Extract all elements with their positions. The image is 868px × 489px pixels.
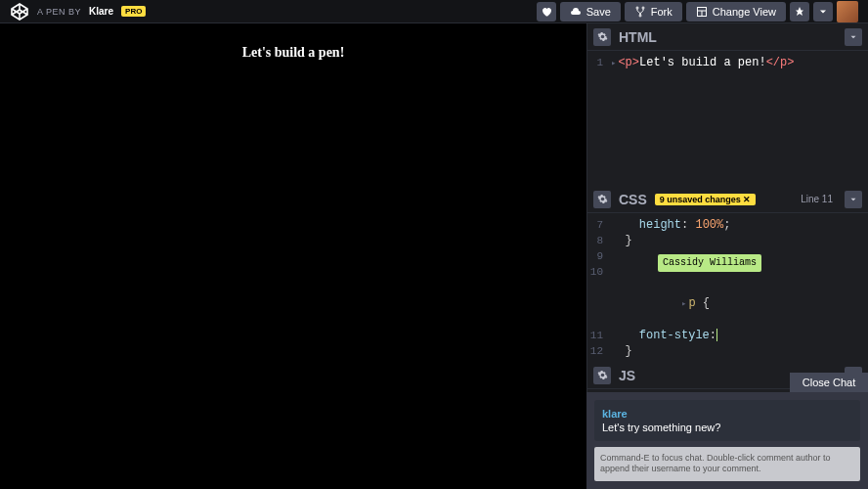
header-left: A PEN BY Klare PRO <box>10 2 146 22</box>
fold-icon[interactable]: ▸ <box>681 299 686 309</box>
editor-panels: HTML 1 ▸<p>Let's build a pen!</p> CSS 9 … <box>586 23 868 489</box>
css-panel-header: CSS 9 unsaved changes ✕ Line 11 <box>587 186 868 213</box>
change-view-button[interactable]: Change View <box>686 2 786 22</box>
chat-panel: Close Chat klare Let's try something new… <box>586 373 868 489</box>
collab-cursor-label: Cassidy Williams <box>658 254 761 272</box>
close-chat-button[interactable]: Close Chat <box>790 373 868 392</box>
header-right: Save Fork Change View <box>537 1 858 22</box>
html-settings-button[interactable] <box>593 28 611 46</box>
cloud-icon <box>570 6 582 18</box>
layout-icon <box>696 6 708 18</box>
gear-icon <box>597 31 608 42</box>
fork-label: Fork <box>651 6 673 18</box>
line-number: 1 <box>587 55 611 71</box>
html-editor[interactable]: 1 ▸<p>Let's build a pen!</p> <box>587 51 868 186</box>
css-editor[interactable]: 7 height: 100%; 8 } 9 10 Cassidy William… <box>587 213 868 362</box>
line-number: 11 <box>587 328 611 343</box>
code-line: 8 } <box>587 233 868 248</box>
heart-icon <box>541 6 552 18</box>
pro-badge: PRO <box>121 6 146 17</box>
chevron-down-icon <box>817 6 829 18</box>
line-number: 9 <box>587 248 611 264</box>
html-panel-title: HTML <box>619 29 657 45</box>
css-settings-button[interactable] <box>593 191 611 208</box>
fold-icon[interactable]: ▸ <box>611 59 616 68</box>
svg-point-3 <box>636 7 638 9</box>
fork-icon <box>634 6 646 18</box>
html-panel-header: HTML <box>587 23 868 51</box>
code-line: 7 height: 100%; <box>587 217 868 233</box>
line-number: 8 <box>587 233 611 248</box>
html-expand-button[interactable] <box>845 28 862 46</box>
main: Let's build a pen! HTML 1 ▸<p>Let's buil… <box>0 23 868 489</box>
change-view-label: Change View <box>713 6 776 18</box>
chat-message: klare Let's try something new? <box>594 400 860 441</box>
preview-text: Let's build a pen! <box>242 45 345 489</box>
collab-cursor-icon <box>716 329 717 341</box>
chat-body: klare Let's try something new? Command-E… <box>586 392 868 489</box>
save-button[interactable]: Save <box>560 2 621 22</box>
more-button[interactable] <box>813 2 833 22</box>
author-name[interactable]: Klare <box>89 6 113 17</box>
chat-input[interactable]: Command-E to focus chat. Double-click co… <box>594 447 860 481</box>
heart-button[interactable] <box>537 2 556 22</box>
pin-button[interactable] <box>790 2 809 22</box>
chevron-down-icon <box>848 32 858 42</box>
top-bar: A PEN BY Klare PRO Save Fork Change View <box>0 0 868 23</box>
preview-pane: Let's build a pen! <box>0 23 586 489</box>
svg-point-5 <box>639 15 641 17</box>
pen-by-label: A PEN BY <box>37 7 81 17</box>
svg-point-4 <box>642 7 644 9</box>
avatar[interactable] <box>837 1 858 22</box>
codepen-logo-icon[interactable] <box>10 2 29 22</box>
code-line: 10 Cassidy Williams ▸p { <box>587 264 868 328</box>
unsaved-badge[interactable]: 9 unsaved changes ✕ <box>655 194 757 205</box>
chevron-down-icon <box>848 195 858 204</box>
css-expand-button[interactable] <box>845 191 862 208</box>
code-line: 12 } <box>587 343 868 359</box>
code-line: 1 ▸<p>Let's build a pen!</p> <box>587 55 868 71</box>
chat-username[interactable]: klare <box>602 408 852 420</box>
fork-button[interactable]: Fork <box>625 2 682 22</box>
line-number: 10 <box>587 264 611 328</box>
save-label: Save <box>586 6 611 18</box>
pin-icon <box>794 6 805 18</box>
chat-text: Let's try something new? <box>602 422 852 433</box>
line-indicator: Line 11 <box>801 194 833 204</box>
line-number: 12 <box>587 343 611 359</box>
code-line: 11 font-style: <box>587 328 868 343</box>
gear-icon <box>597 194 608 204</box>
css-panel-title: CSS <box>619 192 647 207</box>
line-number: 7 <box>587 217 611 233</box>
